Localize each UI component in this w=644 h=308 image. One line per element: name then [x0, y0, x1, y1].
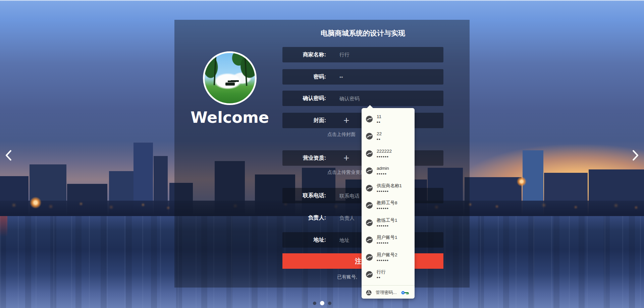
autofill-username: 教师工号8: [377, 200, 397, 206]
registration-panel: 电脑商城系统的设计与实现 Welcome 商家名称: 密码: 确认密码: 封面:…: [174, 20, 470, 288]
autofill-item[interactable]: 222222••••••: [362, 145, 415, 162]
dropdown-divider: [362, 285, 415, 286]
globe-icon: [366, 219, 373, 226]
confirm-password-input[interactable]: [339, 96, 443, 101]
plus-icon[interactable]: +: [343, 115, 350, 125]
autofill-item[interactable]: 教练工号1••••••: [362, 214, 415, 232]
autofill-username: 222222: [377, 148, 392, 154]
globe-icon: [366, 167, 373, 174]
carousel-dot-2[interactable]: [320, 301, 324, 305]
globe-icon: [366, 202, 373, 209]
merchant-name-label: 商家名称:: [282, 51, 326, 58]
chevron-left-icon: [5, 156, 12, 162]
autofill-masked-password: ••: [377, 137, 382, 142]
autofill-username: 用户账号1: [377, 235, 397, 240]
autofill-item[interactable]: 用户账号2••••••: [362, 249, 415, 266]
key-icon: [401, 291, 409, 295]
carousel-next-button[interactable]: [632, 150, 639, 162]
autofill-username: 22: [377, 131, 382, 137]
plus-icon[interactable]: +: [343, 153, 350, 163]
autofill-item[interactable]: 供应商名称1••••••: [362, 179, 415, 197]
autofill-masked-password: ••: [377, 275, 386, 280]
street-light-flare: [30, 197, 42, 209]
autofill-masked-password: ••••••: [377, 189, 402, 194]
autofill-masked-password: ••: [377, 119, 381, 124]
street-light-flare: [517, 176, 527, 187]
autofill-item[interactable]: 用户账号1••••••: [362, 232, 415, 249]
globe-icon: [366, 185, 373, 192]
autofill-masked-password: ••••••: [377, 223, 397, 228]
autofill-username: 行行: [377, 269, 386, 275]
globe-icon: [366, 254, 373, 261]
license-label: 营业资质:: [282, 155, 326, 162]
merchant-name-row: 商家名称:: [282, 47, 443, 62]
chrome-icon: [366, 290, 372, 296]
autofill-masked-password: ••••••: [377, 154, 392, 159]
license-upload-hint: 点击上传营业资质: [327, 169, 365, 175]
carousel-dot-3[interactable]: [328, 302, 331, 305]
carousel-dot-1[interactable]: [313, 302, 316, 305]
autofill-username: admin: [377, 165, 389, 171]
autofill-masked-password: •••••: [377, 171, 389, 176]
street-lights: [0, 203, 1, 204]
cover-label: 封面:: [282, 117, 326, 124]
manager-label: 负责人:: [282, 214, 326, 221]
globe-icon: [366, 116, 373, 122]
dropdown-caret: [367, 105, 373, 108]
carousel-dots: [0, 301, 644, 305]
password-autofill-dropdown: 11•• 22•• 222222•••••• admin••••• 供应商名称1…: [362, 108, 415, 299]
login-link[interactable]: 已有账号,: [337, 274, 357, 280]
bench-silhouette: [225, 83, 235, 86]
globe-icon: [366, 150, 373, 157]
address-label: 地址:: [282, 237, 326, 244]
autofill-masked-password: ••••••: [377, 258, 397, 263]
red-reflection: [0, 216, 7, 237]
globe-icon: [366, 271, 373, 278]
cover-upload-hint: 点击上传封面: [327, 132, 356, 138]
autofill-username: 11: [377, 114, 381, 119]
welcome-text: Welcome: [174, 108, 285, 126]
autofill-username: 供应商名称1: [377, 183, 402, 189]
autofill-item[interactable]: 行行••: [362, 266, 415, 284]
autofill-item[interactable]: 教师工号8••••••: [362, 197, 415, 214]
autofill-item[interactable]: 22••: [362, 128, 415, 145]
globe-icon: [366, 237, 373, 243]
autofill-item[interactable]: admin•••••: [362, 162, 415, 180]
autofill-username: 用户账号2: [377, 252, 397, 258]
merchant-name-input[interactable]: [339, 52, 443, 58]
confirm-password-row: 确认密码:: [282, 91, 443, 106]
password-row: 密码:: [282, 69, 443, 85]
globe-icon: [366, 133, 373, 140]
autofill-username: 教练工号1: [377, 217, 397, 223]
chevron-right-icon: [632, 156, 639, 162]
avatar: [203, 51, 257, 105]
confirm-password-label: 确认密码:: [282, 95, 326, 102]
password-label: 密码:: [282, 73, 326, 81]
autofill-masked-password: ••••••: [377, 206, 397, 211]
autofill-list: 11•• 22•• 222222•••••• admin••••• 供应商名称1…: [362, 110, 415, 283]
manage-passwords-item[interactable]: 管理密码...: [366, 288, 409, 297]
carousel-prev-button[interactable]: [5, 150, 12, 162]
autofill-item[interactable]: 11••: [362, 110, 415, 128]
autofill-masked-password: ••••••: [377, 240, 397, 245]
manage-passwords-label: 管理密码...: [376, 290, 397, 296]
phone-label: 联系电话:: [282, 192, 326, 199]
password-input[interactable]: [339, 74, 443, 80]
